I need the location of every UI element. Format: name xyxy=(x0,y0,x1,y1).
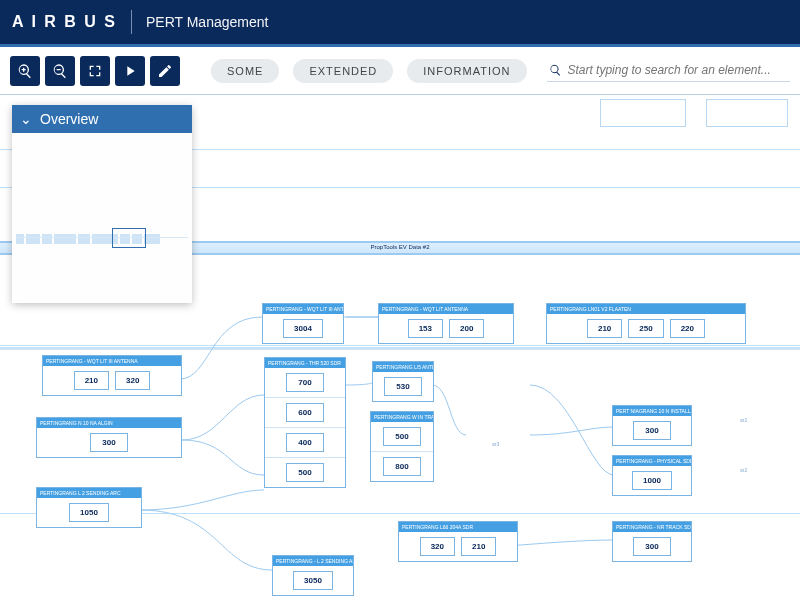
node-value: 210 xyxy=(461,537,496,556)
node-value: 320 xyxy=(115,371,150,390)
minimap-viewport[interactable] xyxy=(112,228,146,248)
node-value: 210 xyxy=(74,371,109,390)
chevron-down-icon: ⌄ xyxy=(20,111,32,127)
search-icon xyxy=(549,63,562,77)
node-header: PERTINGRANG - WQT L/T III ANTENNA xyxy=(43,356,181,366)
node-header: PERTINGRANG L66 204A SDR xyxy=(399,522,517,532)
node-header: PERTINGRANG LN01 V2 FLAATEN xyxy=(547,304,745,314)
play-icon xyxy=(122,63,138,79)
filter-chip-information[interactable]: INFORMATION xyxy=(407,59,526,83)
search-field[interactable] xyxy=(547,59,791,82)
pert-node[interactable]: PERTINGRANG L/5 ANTENNA 530 xyxy=(372,361,434,402)
node-value: 300 xyxy=(633,537,671,556)
link-tag: ar3 xyxy=(492,441,499,447)
node-header: PERTINGRANG W IN TRA SDR xyxy=(371,412,433,422)
link-tag: ar2 xyxy=(740,467,747,473)
brand-logo: AIRBUS A I R B U S xyxy=(12,13,117,31)
app-title: PERT Management xyxy=(146,14,268,30)
node-header: PERT NIAGRANG 10 N INSTALLATION xyxy=(613,406,691,416)
pert-node[interactable]: PERTINGRANG L66 204A SDR 320 210 xyxy=(398,521,518,562)
edit-button[interactable] xyxy=(150,56,180,86)
fullscreen-button[interactable] xyxy=(80,56,110,86)
node-value: 1050 xyxy=(69,503,109,522)
node-header: PERTINGRANG - L 2 SENDING ARC xyxy=(273,556,353,566)
node-value: 600 xyxy=(286,403,324,422)
fullscreen-icon xyxy=(87,63,103,79)
pert-node[interactable]: PERTINGRANG - THR 520 SDR 700 600 400 50… xyxy=(264,357,346,488)
node-header: PERTINGRANG - THR 520 SDR xyxy=(265,358,345,368)
header-divider xyxy=(131,10,132,34)
node-header: PERTINGRANG L 2 SENDING ARC xyxy=(37,488,141,498)
node-value: 220 xyxy=(670,319,705,338)
node-value: 300 xyxy=(633,421,671,440)
node-value: 200 xyxy=(449,319,484,338)
pert-node[interactable]: PERTINGRANG - WQT L/T III ANTENNA 210 32… xyxy=(42,355,182,396)
pert-node[interactable]: PERTINGRANG N 10 NA ALGIN 300 xyxy=(36,417,182,458)
filter-chip-extended[interactable]: EXTENDED xyxy=(293,59,393,83)
pert-node[interactable]: PERTINGRANG W IN TRA SDR 500 800 xyxy=(370,411,434,482)
node-value: 3050 xyxy=(293,571,333,590)
pert-node[interactable]: PERTINGRANG - WQT L/T III ANTENNA 3004 xyxy=(262,303,344,344)
overview-header[interactable]: ⌄ Overview xyxy=(12,105,192,133)
node-header: PERTINGRANG - NR TRACK SDR xyxy=(613,522,691,532)
zoom-in-button[interactable] xyxy=(10,56,40,86)
search-input[interactable] xyxy=(567,63,788,77)
pert-node[interactable]: PERTINGRANG L 2 SENDING ARC 1050 xyxy=(36,487,142,528)
node-value: 400 xyxy=(286,433,324,452)
app-header: AIRBUS A I R B U S PERT Management xyxy=(0,0,800,44)
node-value: 153 xyxy=(408,319,443,338)
pert-node[interactable]: PERTINGRANG - NR TRACK SDR 300 xyxy=(612,521,692,562)
node-value: 1000 xyxy=(632,471,672,490)
node-value: 250 xyxy=(628,319,663,338)
node-value: 530 xyxy=(384,377,422,396)
node-value: 500 xyxy=(383,427,421,446)
filter-chips: SOME EXTENDED INFORMATION xyxy=(211,59,527,83)
filter-chip-some[interactable]: SOME xyxy=(211,59,279,83)
pert-node[interactable]: PERTINGRANG LN01 V2 FLAATEN 210 250 220 xyxy=(546,303,746,344)
node-value: 320 xyxy=(420,537,455,556)
node-header: PERTINGRANG - PHYSICAL SDR xyxy=(613,456,691,466)
edit-icon xyxy=(157,63,173,79)
pert-node[interactable]: PERTINGRANG - WQT L/T ANTENNA 153 200 xyxy=(378,303,514,344)
node-value: 3004 xyxy=(283,319,323,338)
pert-canvas[interactable]: ⌄ Overview PropTools EV Data #2 xyxy=(0,95,800,600)
node-header: PERTINGRANG N 10 NA ALGIN xyxy=(37,418,181,428)
node-value: 300 xyxy=(90,433,128,452)
overview-panel[interactable]: ⌄ Overview xyxy=(12,105,192,303)
node-value: 700 xyxy=(286,373,324,392)
node-header: PERTINGRANG - WQT L/T ANTENNA xyxy=(379,304,513,314)
zoom-out-button[interactable] xyxy=(45,56,75,86)
zoom-out-icon xyxy=(52,63,68,79)
link-tag: ar2 xyxy=(740,417,747,423)
pert-node[interactable]: PERT NIAGRANG 10 N INSTALLATION 300 xyxy=(612,405,692,446)
zoom-in-icon xyxy=(17,63,33,79)
pert-node[interactable]: PERTINGRANG - PHYSICAL SDR 1000 xyxy=(612,455,692,496)
toolbar: SOME EXTENDED INFORMATION xyxy=(0,47,800,95)
node-value: 210 xyxy=(587,319,622,338)
play-button[interactable] xyxy=(115,56,145,86)
node-header: PERTINGRANG - WQT L/T III ANTENNA xyxy=(263,304,343,314)
node-header: PERTINGRANG L/5 ANTENNA xyxy=(373,362,433,372)
node-value: 500 xyxy=(286,463,324,482)
overview-minimap[interactable] xyxy=(12,133,192,303)
node-value: 800 xyxy=(383,457,421,476)
pert-node[interactable]: PERTINGRANG - L 2 SENDING ARC 3050 xyxy=(272,555,354,596)
overview-title: Overview xyxy=(40,111,98,127)
